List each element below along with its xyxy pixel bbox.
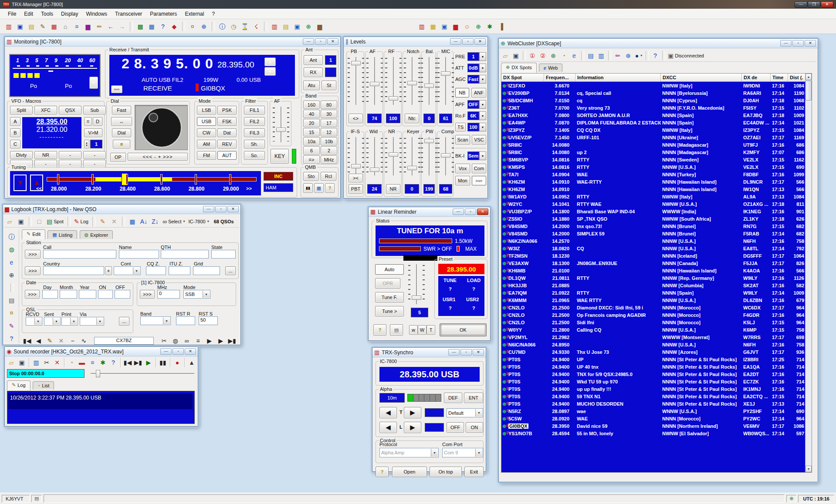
monitoring-maximize[interactable]: ▫ — [315, 38, 326, 45]
spot-callsign[interactable]: TA7I — [508, 172, 518, 177]
spin-down-icon[interactable]: ▼ — [85, 144, 88, 147]
vfo-sub-button[interactable]: Sub — [83, 106, 106, 114]
vfo-b-button[interactable]: B — [10, 128, 20, 137]
new-qso-icon[interactable]: □ — [34, 216, 44, 227]
info-icon[interactable]: ⓘ — [217, 21, 227, 32]
spot-row[interactable]: ⊕VE3AXW18.1300JN08GM..EN93UENNNN [Canada… — [501, 259, 812, 267]
on-top-button[interactable]: On top — [430, 467, 462, 477]
linear-properties-icon[interactable]: ▤ — [390, 324, 403, 336]
mode-usb-button[interactable]: USB — [197, 117, 216, 126]
equalize-button[interactable]: = — [84, 117, 92, 126]
att-combo[interactable]: 0dB▼ — [467, 64, 486, 72]
ok-button[interactable]: OK — [440, 323, 487, 336]
station-more-button[interactable]: ... — [225, 266, 236, 275]
wand-icon[interactable]: ✏ — [613, 50, 623, 61]
tab-list[interactable]: ◔List — [33, 381, 54, 390]
paint-icon[interactable]: ✏ — [94, 21, 105, 32]
pre-combo[interactable]: 1▼ — [467, 52, 486, 61]
column-header-dxcc[interactable]: DXCC — [661, 74, 742, 81]
w-big-button[interactable]: W — [418, 325, 426, 335]
mixer-icon[interactable]: ≡ — [71, 21, 82, 32]
notch-slider-knob[interactable] — [407, 81, 417, 85]
scroll-up-icon[interactable]: ▲ — [806, 74, 812, 80]
vox-button[interactable]: Vox — [455, 164, 470, 173]
tune-icon[interactable]: ✎ — [37, 21, 48, 32]
spot-row[interactable]: ⊕PT0S24.9400UP 40 tnxNNNN [St Peter & St… — [501, 363, 812, 370]
globe-icon[interactable]: ⊕ — [7, 271, 17, 280]
pause-icon[interactable]: ▮▮ — [158, 357, 168, 368]
ituz-field[interactable] — [169, 266, 190, 275]
band-17-button[interactable]: 17 — [321, 119, 337, 127]
open-icon[interactable]: ▱ — [6, 357, 17, 368]
keys-icon[interactable]: ¤ — [187, 21, 198, 32]
spot-row[interactable]: ⊕CU7MD24.9330Thx U Jose 73NNNW [Azores]G… — [501, 348, 812, 356]
levels-maximize[interactable]: ▫ — [462, 38, 474, 45]
spot-callsign[interactable]: W3IZ — [508, 246, 520, 251]
memos-icon[interactable]: ▤ — [281, 21, 291, 32]
spot-callsign[interactable]: HK3JJB — [508, 283, 527, 288]
band-160-button[interactable]: 160 — [303, 101, 320, 109]
contacts-icon[interactable]: ☺ — [462, 21, 472, 32]
levels-titlebar[interactable]: ∥ Levels — ▫ ✕ — [344, 37, 487, 47]
spot-callsign[interactable]: EV200BP — [508, 91, 529, 96]
help-icon[interactable]: ? — [650, 50, 660, 61]
tuning-left-arrows[interactable]: << — [36, 186, 42, 191]
lookup-icon[interactable]: ◍ — [7, 245, 17, 255]
spot-callsign[interactable]: VU3BPZ/P — [508, 209, 532, 214]
wallet-icon[interactable]: ▆ — [315, 21, 325, 32]
help-icon[interactable]: ? — [7, 334, 17, 344]
nr-slider[interactable] — [389, 137, 398, 175]
spot-row[interactable]: ⊕SM6BVP14.0816RTTYNNNN [Sweden]VE2LX17:1… — [501, 156, 812, 163]
next-record-icon[interactable]: ▶ — [216, 336, 226, 346]
spot-icon[interactable]: ▤Spot — [45, 216, 65, 227]
ts-button[interactable]: TS — [455, 123, 466, 131]
redo-icon[interactable]: → — [117, 21, 127, 32]
app-titlebar[interactable]: TRX TRX-Manager [IC-7800] — ❐ ✕ — [0, 0, 836, 9]
menu-file[interactable]: File — [4, 10, 20, 18]
vsc-button[interactable]: VSC — [472, 135, 486, 144]
close-button[interactable]: ✕ — [821, 1, 833, 8]
fast-button[interactable]: Fast — [112, 106, 131, 114]
spot-row[interactable]: ⊕5R8IC14.0080up 2NNNN [Madagascar]K2MFY1… — [501, 148, 812, 156]
day-field[interactable] — [42, 290, 58, 299]
auto-button[interactable]: Auto — [375, 264, 404, 275]
recording-entry[interactable]: 10/26/2012 3:22:37 PM 28.395.00 USB — [8, 393, 193, 409]
web-screen-icon[interactable]: ⊕ — [303, 21, 314, 32]
ant-button[interactable]: Ant — [304, 55, 323, 65]
spot-row[interactable]: ⊕N6KZ/NA06614.2570NNNW [U.S.A.]N6FH17:16… — [501, 237, 812, 245]
spot-row[interactable]: ⊕Z36T7.0700Very strong 73NNNN [F.Y.R.O. … — [501, 104, 812, 111]
vfo-c-button[interactable]: C — [10, 140, 20, 148]
logbook-close[interactable]: ✕ — [227, 206, 239, 212]
webcluster-minimize[interactable]: — — [780, 40, 792, 47]
sync-globe-icon[interactable]: ⊕ — [548, 50, 558, 61]
monitoring-titlebar[interactable]: ▥ Monitoring [IC-7800] — ▫ ✕ — [5, 37, 340, 47]
logbook-maximize[interactable]: ▫ — [215, 206, 227, 212]
spot-callsign[interactable]: PT0S — [508, 394, 521, 399]
linear-help-icon[interactable]: ? — [373, 324, 386, 336]
spot-row[interactable]: ⊕IZ3PYZ7.1405CQ CQ DXNWNW [Italy]IZ3PYZ1… — [501, 126, 812, 134]
grid-icon[interactable]: ▦ — [127, 216, 138, 227]
vfo-qsx-button[interactable]: QSX — [59, 106, 81, 114]
spot-callsign[interactable]: PT0S — [508, 379, 521, 384]
position-slider-thumb[interactable] — [96, 370, 100, 377]
next-track-icon[interactable]: ▶▮ — [133, 357, 143, 368]
spot-callsign[interactable]: CN2LO — [508, 320, 525, 325]
internet-explorer-icon[interactable]: e — [569, 50, 579, 61]
maximize-button[interactable]: ❐ — [808, 1, 820, 8]
home-icon[interactable]: ⌂ — [60, 21, 71, 32]
spot-row[interactable]: ⊕IZ1FXO3.6670NWNW [Italy]IW9DNI17:161084 — [501, 82, 812, 89]
webcluster-close[interactable]: ✕ — [805, 40, 816, 47]
pb-slider[interactable] — [351, 57, 361, 105]
levels-minimize[interactable]: — — [450, 38, 461, 45]
ntc-button[interactable]: Ntc — [405, 114, 419, 123]
band-30-button[interactable]: 30 — [321, 110, 337, 118]
menu-display[interactable]: Display — [58, 10, 81, 18]
record-icon[interactable]: ● — [172, 357, 183, 368]
spot-callsign[interactable]: 5B/DC8MH — [508, 98, 533, 103]
band-10b-button[interactable]: 10b — [321, 137, 337, 145]
band-10a-button[interactable]: 10a — [303, 137, 320, 145]
pw-slider-knob[interactable] — [424, 139, 434, 143]
af-slider-knob[interactable] — [276, 128, 286, 132]
keyer-slider[interactable] — [407, 137, 417, 175]
open-icon[interactable]: ▱ — [4, 216, 15, 227]
